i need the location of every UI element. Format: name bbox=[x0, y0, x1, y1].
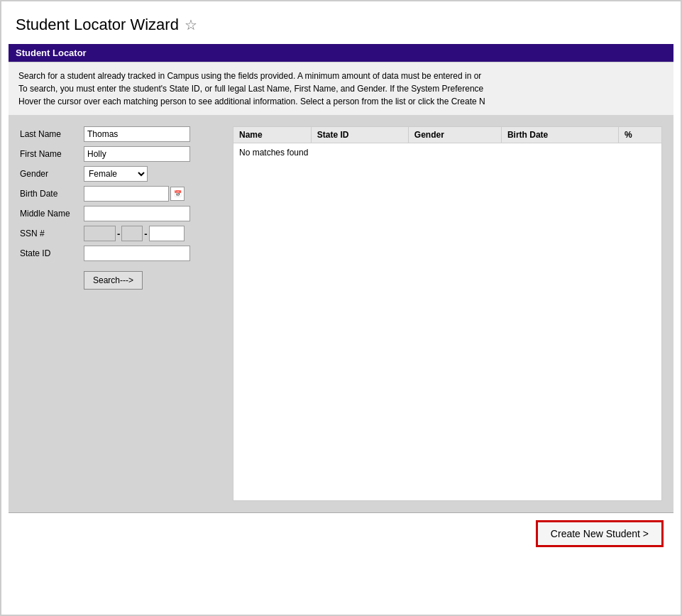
last-name-input[interactable] bbox=[84, 126, 190, 142]
first-name-row: First Name bbox=[20, 146, 226, 162]
col-gender: Gender bbox=[408, 127, 501, 143]
birth-date-label: Birth Date bbox=[20, 189, 84, 199]
gender-row: Gender Male Female bbox=[20, 166, 226, 182]
create-new-student-button[interactable]: Create New Student > bbox=[536, 520, 664, 547]
gender-select[interactable]: Male Female bbox=[84, 166, 148, 182]
birth-date-wrapper: 📅 bbox=[84, 186, 185, 202]
ssn-row: SSN # - - bbox=[20, 226, 226, 241]
no-matches-row: No matches found bbox=[233, 143, 661, 163]
ssn-part3-input[interactable] bbox=[149, 226, 185, 241]
results-panel: Name State ID Gender Birth Date % No mat… bbox=[233, 126, 662, 501]
main-area: Last Name First Name Gender Male Female … bbox=[9, 115, 673, 512]
page-title-bar: Student Locator Wizard ☆ bbox=[9, 9, 673, 44]
birth-date-row: Birth Date 📅 bbox=[20, 186, 226, 202]
form-panel: Last Name First Name Gender Male Female … bbox=[20, 126, 226, 501]
calendar-button[interactable]: 📅 bbox=[170, 187, 185, 201]
no-matches-text: No matches found bbox=[233, 143, 661, 163]
ssn-label: SSN # bbox=[20, 229, 84, 238]
last-name-label: Last Name bbox=[20, 129, 84, 139]
favorite-star-icon[interactable]: ☆ bbox=[185, 16, 197, 33]
description-box: Search for a student already tracked in … bbox=[9, 62, 673, 115]
search-button-row: Search---> bbox=[20, 265, 226, 290]
search-button-label: Search---> bbox=[93, 275, 133, 285]
ssn-dash1: - bbox=[117, 229, 120, 239]
gender-label: Gender bbox=[20, 169, 84, 179]
footer-bar: Create New Student > bbox=[9, 512, 673, 554]
calendar-icon: 📅 bbox=[174, 190, 182, 197]
results-header-row: Name State ID Gender Birth Date % bbox=[233, 127, 661, 143]
col-state-id: State ID bbox=[311, 127, 408, 143]
create-button-label: Create New Student > bbox=[551, 528, 649, 539]
section-header-text: Student Locator bbox=[16, 48, 87, 58]
ssn-part2-input[interactable] bbox=[121, 226, 143, 241]
middle-name-row: Middle Name bbox=[20, 206, 226, 221]
col-birth-date: Birth Date bbox=[501, 127, 618, 143]
section-header: Student Locator bbox=[9, 44, 673, 62]
state-id-label: State ID bbox=[20, 248, 84, 258]
description-line1: Search for a student already tracked in … bbox=[18, 70, 664, 82]
last-name-row: Last Name bbox=[20, 126, 226, 142]
first-name-label: First Name bbox=[20, 149, 84, 159]
first-name-input[interactable] bbox=[84, 146, 190, 162]
middle-name-input[interactable] bbox=[84, 206, 190, 221]
description-line2: To search, you must enter the student's … bbox=[18, 82, 664, 95]
ssn-part1-input[interactable] bbox=[84, 226, 116, 241]
search-button[interactable]: Search---> bbox=[84, 271, 143, 290]
ssn-dash2: - bbox=[144, 229, 147, 239]
results-table: Name State ID Gender Birth Date % No mat… bbox=[233, 127, 661, 162]
ssn-wrapper: - - bbox=[84, 226, 185, 241]
col-name: Name bbox=[233, 127, 311, 143]
page-title-text: Student Locator Wizard bbox=[16, 16, 179, 34]
col-percent: % bbox=[619, 127, 661, 143]
middle-name-label: Middle Name bbox=[20, 209, 84, 219]
description-line3: Hover the cursor over each matching pers… bbox=[18, 95, 664, 108]
birth-date-input[interactable] bbox=[84, 186, 169, 202]
state-id-row: State ID bbox=[20, 246, 226, 261]
main-container: Student Locator Wizard ☆ Student Locator… bbox=[0, 0, 682, 616]
state-id-input[interactable] bbox=[84, 246, 190, 261]
